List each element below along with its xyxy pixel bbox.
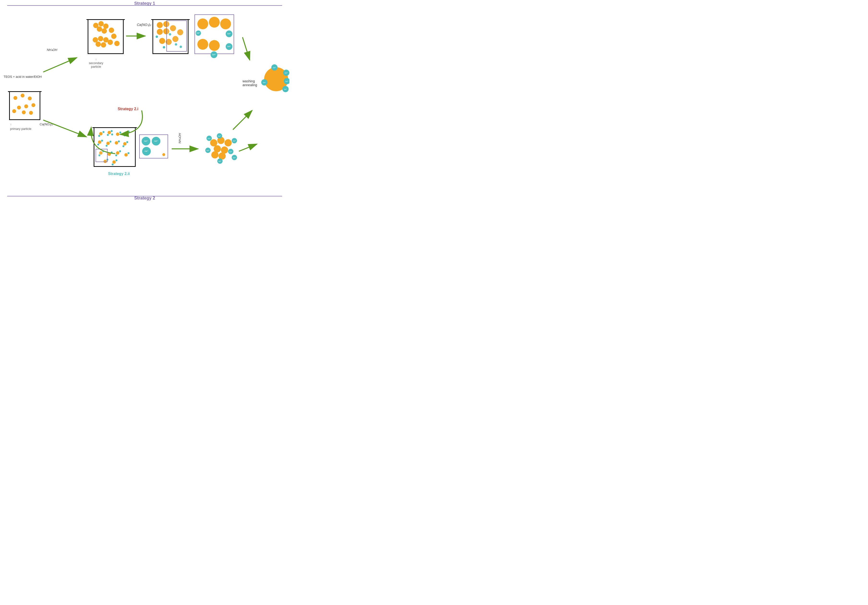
curved-arrows-strategy2: [84, 103, 149, 161]
arrow-cluster-to-final: [238, 139, 262, 158]
strategy2-cluster: Ca²⁺ Ca²⁺ Ca²⁺ Ca²⁺ Ca²⁺ Ca²⁺ Ca²⁺: [205, 133, 239, 162]
arrow-strategy1-down: [235, 36, 254, 65]
arrow-to-cluster: [170, 144, 202, 154]
arrow-to-washing: [228, 108, 257, 132]
strategy1-label: Strategy 1: [134, 1, 155, 6]
final-product: Ca²⁺ Ca²⁺ Ca²⁺ Ca²⁺ Ca²⁺: [264, 67, 288, 91]
strategy1-right-beaker: [152, 19, 189, 54]
strategy2ii-label: Strategy 2.ii: [108, 172, 130, 176]
secondary-particle-beaker: [88, 19, 124, 54]
nh4oh-bottom-label: NH₄OH: [178, 133, 181, 143]
teos-label: TEOS + acid in water/EtOH: [4, 74, 42, 79]
primary-particle-label: ↑ primary particle: [10, 122, 31, 131]
ca-no3-top-label: Ca(NO₃)₂: [137, 23, 151, 27]
arrow-to-secondary: [39, 55, 87, 74]
arrow-strategy1-right: [125, 31, 149, 41]
primary-particle-beaker: [9, 91, 40, 120]
strategy2i-label: Strategy 2.i: [118, 107, 138, 111]
nh4oh-top-label: NH₄OH: [47, 48, 57, 52]
strategy1-magnified-box: Ca²⁺ Ca²⁺ Ca²⁺ Ca²⁺: [194, 14, 234, 54]
strategy2-label: Strategy 2: [134, 196, 155, 201]
washing-annealing-label: washingannealing: [242, 79, 257, 87]
secondary-particle-label: ↑ secondaryparticle: [89, 57, 103, 68]
